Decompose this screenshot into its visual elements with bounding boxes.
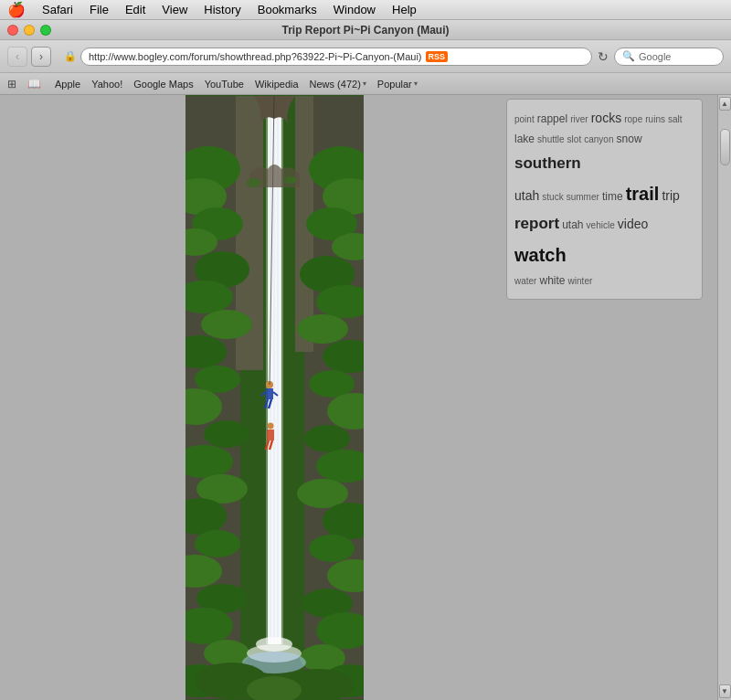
scroll-up-button[interactable]: ▲	[719, 97, 731, 111]
address-text: http://www.bogley.com/forum/showthread.p…	[89, 51, 422, 62]
waterfall-image	[185, 95, 364, 700]
tag-southern[interactable]: southern	[514, 154, 581, 172]
window-title: Trip Report Pi~Pi Canyon (Maui)	[281, 24, 449, 37]
center-panel	[46, 95, 503, 700]
tag-shuttle[interactable]: shuttle	[537, 134, 564, 144]
tag-water[interactable]: water	[514, 276, 536, 286]
bookmark-popular[interactable]: Popular ▾	[377, 79, 418, 90]
tag-report[interactable]: report	[514, 215, 559, 232]
svg-point-63	[267, 423, 273, 430]
tag-river[interactable]: river	[570, 114, 588, 124]
tag-lake[interactable]: lake	[514, 133, 535, 145]
tag-video[interactable]: video	[618, 217, 648, 231]
close-button[interactable]	[7, 25, 18, 36]
tag-winter[interactable]: winter	[568, 276, 593, 286]
tag-point[interactable]: point	[514, 114, 535, 124]
svg-point-66	[247, 178, 261, 187]
scroll-down-button[interactable]: ▼	[719, 684, 731, 698]
search-bar[interactable]: 🔍 Google	[614, 48, 724, 66]
tag-trip[interactable]: trip	[662, 188, 679, 203]
tag-time[interactable]: time	[602, 190, 623, 203]
svg-rect-55	[266, 388, 273, 399]
search-icon: 🔍	[622, 50, 635, 62]
tag-ruins[interactable]: ruins	[645, 114, 665, 124]
maximize-button[interactable]	[40, 25, 51, 36]
tag-trail[interactable]: trail	[626, 184, 660, 204]
menu-safari[interactable]: Safari	[35, 1, 80, 18]
svg-point-13	[195, 366, 240, 393]
bookmark-googlemaps[interactable]: Google Maps	[133, 79, 193, 90]
minimize-button[interactable]	[24, 25, 35, 36]
rss-badge[interactable]: RSS	[426, 51, 449, 62]
tag-stuck[interactable]: stuck	[542, 192, 563, 202]
svg-point-39	[309, 535, 355, 562]
dropdown-arrow-2: ▾	[414, 80, 418, 88]
tag-summer[interactable]: summer	[567, 192, 599, 202]
svg-point-35	[304, 425, 350, 452]
dropdown-arrow: ▾	[363, 80, 366, 88]
tag-utah2[interactable]: utah	[562, 218, 583, 231]
svg-point-11	[201, 310, 252, 339]
tag-vehicle[interactable]: vehicle	[587, 220, 615, 230]
svg-point-31	[297, 314, 348, 344]
tag-cloud: point rappel river rocks rope ruins salt…	[506, 99, 703, 300]
bookmark-apple[interactable]: Apple	[55, 79, 80, 90]
content-area: point rappel river rocks rope ruins salt…	[0, 95, 731, 700]
waterfall-svg	[185, 95, 364, 700]
refresh-button[interactable]: ↻	[596, 49, 610, 64]
tag-rappel[interactable]: rappel	[537, 112, 567, 125]
tag-rope[interactable]: rope	[624, 114, 642, 124]
title-bar: Trip Report Pi~Pi Canyon (Maui)	[0, 20, 731, 40]
menu-history[interactable]: History	[196, 1, 248, 18]
menu-help[interactable]: Help	[385, 1, 424, 18]
tag-rocks[interactable]: rocks	[591, 111, 621, 125]
tag-salt[interactable]: salt	[668, 114, 683, 124]
menu-window[interactable]: Window	[326, 1, 383, 18]
tag-watch[interactable]: watch	[514, 245, 567, 265]
svg-point-15	[204, 420, 249, 448]
bookmarks-bar: ⊞ 📖 Apple Yahoo! Google Maps YouTube Wik…	[0, 73, 731, 95]
scroll-thumb[interactable]	[720, 129, 730, 165]
bookmark-yahoo[interactable]: Yahoo!	[91, 79, 122, 90]
svg-point-67	[284, 176, 297, 184]
svg-point-33	[309, 370, 355, 398]
tag-white[interactable]: white	[540, 274, 566, 287]
menu-view[interactable]: View	[154, 1, 195, 18]
tag-utah[interactable]: utah	[514, 188, 539, 203]
right-panel: point rappel river rocks rope ruins salt…	[503, 95, 731, 700]
bookmark-youtube[interactable]: YouTube	[205, 79, 244, 90]
bookmark-icons: ⊞ 📖	[7, 78, 40, 90]
menu-file[interactable]: File	[82, 1, 116, 18]
apple-menu[interactable]: 🍎	[7, 1, 26, 18]
lock-icon: 🔒	[64, 50, 77, 62]
reader-icon[interactable]: 📖	[27, 78, 40, 90]
address-section: 🔒 http://www.bogley.com/forum/showthread…	[64, 48, 610, 66]
menu-bar: 🍎 Safari File Edit View History Bookmark…	[0, 0, 731, 20]
svg-point-54	[256, 637, 292, 652]
tag-canyon[interactable]: canyon	[584, 134, 613, 144]
back-button[interactable]: ‹	[7, 47, 27, 67]
tag-snow[interactable]: snow	[617, 133, 642, 145]
traffic-lights	[7, 25, 51, 36]
search-placeholder: Google	[639, 51, 671, 62]
grid-icon[interactable]: ⊞	[7, 78, 20, 90]
forward-button[interactable]: ›	[31, 47, 51, 67]
menu-edit[interactable]: Edit	[118, 1, 153, 18]
menu-bookmarks[interactable]: Bookmarks	[250, 1, 324, 18]
bookmark-news[interactable]: News (472) ▾	[310, 79, 366, 90]
bookmark-wikipedia[interactable]: Wikipedia	[255, 79, 299, 90]
svg-point-19	[195, 530, 240, 557]
toolbar: ‹ › 🔒 http://www.bogley.com/forum/showth…	[0, 40, 731, 73]
scrollbar[interactable]: ▲ ▼	[717, 95, 731, 700]
address-bar[interactable]: http://www.bogley.com/forum/showthread.p…	[80, 48, 592, 66]
svg-rect-62	[267, 430, 274, 440]
left-sidebar	[0, 95, 46, 700]
tag-slot[interactable]: slot	[567, 134, 582, 144]
svg-point-37	[297, 479, 348, 508]
